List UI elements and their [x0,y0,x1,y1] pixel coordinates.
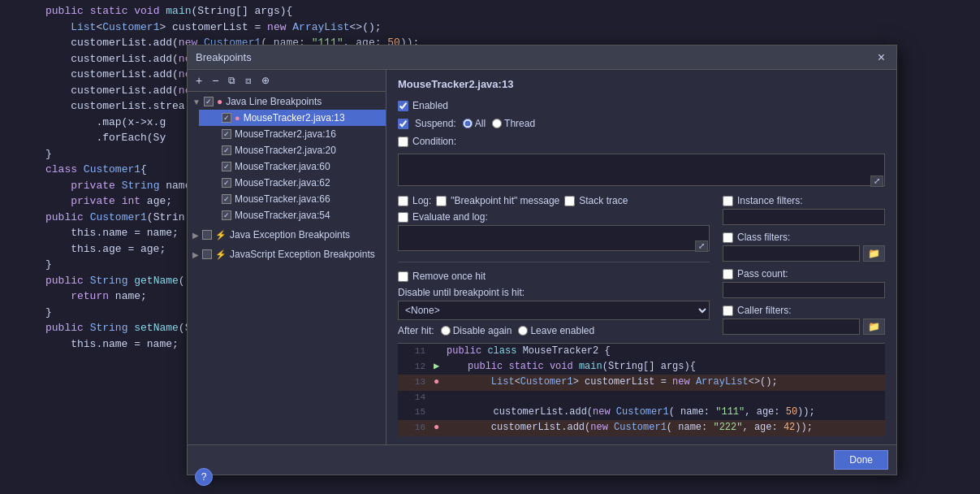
bp-checkbox-20[interactable] [222,145,231,155]
java-line-group-checkbox[interactable] [204,97,214,106]
breakpoint-item-mousetracker2-13[interactable]: ● MouseTracker2.java:13 [199,110,386,126]
breakpoint-item-mousetracker-60[interactable]: MouseTracker.java:60 [199,158,386,175]
thread-radio-text: Thread [504,118,535,129]
breakpoint-item-mousetracker-66[interactable]: MouseTracker.java:66 [199,191,386,207]
class-filters-input[interactable] [723,245,860,262]
after-hit-row: After hit: Disable again Leave enabled [398,325,710,336]
leave-enabled-label[interactable]: Leave enabled [518,325,594,336]
pass-count-label[interactable]: Pass count: [723,268,885,280]
pass-count-input[interactable] [723,282,885,298]
bp-checkbox-60[interactable] [222,162,231,171]
class-filters-checkbox[interactable] [723,232,733,243]
stack-trace-checkbox[interactable] [564,196,575,206]
dialog-body: + − ⧉ ⧈ ⊕ ▼ ● Java Line Breakpoints [188,70,896,444]
help-button[interactable]: ? [195,468,213,486]
copy-breakpoint-button[interactable]: ⧉ [225,74,239,87]
breakpoint-item-mousetracker-54[interactable]: MouseTracker.java:54 [199,207,386,223]
enabled-text: Enabled [412,100,448,111]
caller-filters-folder-button[interactable]: 📁 [863,318,885,335]
remove-breakpoint-button[interactable]: − [209,73,222,88]
condition-checkbox[interactable] [398,136,408,147]
thread-radio-label[interactable]: Thread [492,118,535,129]
all-radio-label[interactable]: All [463,118,486,129]
java-line-group-header[interactable]: ▼ ● Java Line Breakpoints [188,93,386,110]
breakpoint-dot-icon-16: ● [434,420,439,436]
java-line-group-label: Java Line Breakpoints [226,96,322,107]
breakpoint-item-mousetracker-62[interactable]: MouseTracker.java:62 [199,175,386,191]
condition-textarea[interactable] [398,154,885,186]
cv-line-14: 14 [398,391,885,405]
add-breakpoint-button[interactable]: + [192,73,205,88]
breakpoints-dialog: Breakpoints × + − ⧉ ⧈ ⊕ ▼ ● Java Line B [187,45,897,475]
detail-panel: MouseTracker2.java:13 Enabled Suspend: A… [386,70,896,444]
thread-radio[interactable] [492,119,502,128]
remove-once-hit-checkbox[interactable] [398,271,408,282]
disable-again-radio[interactable] [441,326,451,336]
instance-filters-label[interactable]: Instance filters: [723,195,885,206]
evaluate-log-text: Evaluate and log: [412,211,488,223]
disable-until-row: Disable until breakpoint is hit: <None> [398,287,710,320]
lightning-icon: ⚡ [215,249,227,260]
pass-count-input-row [723,282,885,298]
remove-once-hit-label[interactable]: Remove once hit [398,271,486,282]
caller-filters-input[interactable] [723,318,860,335]
evaluate-expand-button[interactable]: ⤢ [695,240,708,252]
close-button[interactable]: × [874,51,888,64]
breakpoint-item-mousetracker2-20[interactable]: MouseTracker2.java:20 [199,142,386,158]
bp-item-label: MouseTracker.java:60 [235,161,330,172]
class-filters-label[interactable]: Class filters: [723,232,885,243]
js-exception-checkbox[interactable] [202,249,212,259]
bp-checkbox-54[interactable] [222,210,231,220]
caller-filters-checkbox[interactable] [723,306,733,316]
class-filters-input-row: 📁 [723,245,885,262]
condition-label[interactable]: Condition: [398,136,456,147]
evaluate-log-textarea-wrap: ⤢ [398,225,710,254]
disable-until-select[interactable]: <None> [398,301,710,320]
bp-checkbox-62[interactable] [222,178,231,188]
log-label[interactable]: Log: [398,195,431,206]
cv-line-16: 16 ● customerList.add(new Customer1( nam… [398,420,885,436]
java-exception-group-header[interactable]: ▶ ⚡ Java Exception Breakpoints [188,227,386,243]
log-row: Log: "Breakpoint hit" message Stack trac… [398,195,710,206]
instance-filters-input-row [723,209,885,225]
bp-checkbox-13[interactable] [222,113,231,123]
breakpoint-hit-label[interactable]: "Breakpoint hit" message [436,195,559,206]
condition-row: Condition: [398,136,885,147]
evaluate-log-checkbox[interactable] [398,212,408,223]
pass-count-row: Pass count: [723,268,885,298]
export-button[interactable]: ⊕ [258,74,273,87]
leave-enabled-radio[interactable] [518,326,528,336]
pass-count-checkbox[interactable] [723,269,733,280]
all-radio[interactable] [463,119,473,128]
right-options: Instance filters: Class filters: [723,195,885,336]
disable-again-label[interactable]: Disable again [441,325,512,336]
evaluate-log-textarea[interactable] [398,225,710,251]
class-filters-row: Class filters: 📁 [723,232,885,262]
breakpoint-item-mousetracker2-16[interactable]: MouseTracker2.java:16 [199,126,386,142]
js-exception-group-header[interactable]: ▶ ⚡ JavaScript Exception Breakpoints [188,246,386,262]
instance-filters-input[interactable] [723,209,885,225]
chevron-right-icon: ▶ [192,231,199,240]
condition-expand-button[interactable]: ⤢ [870,176,883,187]
group-button[interactable]: ⧈ [242,74,255,87]
log-checkbox[interactable] [398,196,408,206]
bp-checkbox-66[interactable] [222,194,231,204]
done-button[interactable]: Done [834,450,888,470]
divider [398,262,710,262]
java-line-dot-icon: ● [217,96,222,107]
suspend-checkbox[interactable] [398,119,408,129]
breakpoint-hit-checkbox[interactable] [436,196,447,206]
enabled-label[interactable]: Enabled [398,100,448,111]
class-filters-folder-button[interactable]: 📁 [863,245,885,262]
enabled-checkbox[interactable] [398,101,408,111]
java-exception-checkbox[interactable] [202,230,212,240]
caller-filters-text: Caller filters: [737,305,792,316]
stack-trace-label[interactable]: Stack trace [564,195,628,206]
evaluate-log-row: Evaluate and log: ⤢ [398,211,710,254]
left-options: Log: "Breakpoint hit" message Stack trac… [398,195,710,336]
bp-checkbox-16[interactable] [222,129,231,139]
instance-filters-checkbox[interactable] [723,196,733,206]
caller-filters-label[interactable]: Caller filters: [723,305,885,316]
java-line-items: ● MouseTracker2.java:13 MouseTracker2.ja… [188,110,386,223]
evaluate-log-label[interactable]: Evaluate and log: [398,211,710,223]
